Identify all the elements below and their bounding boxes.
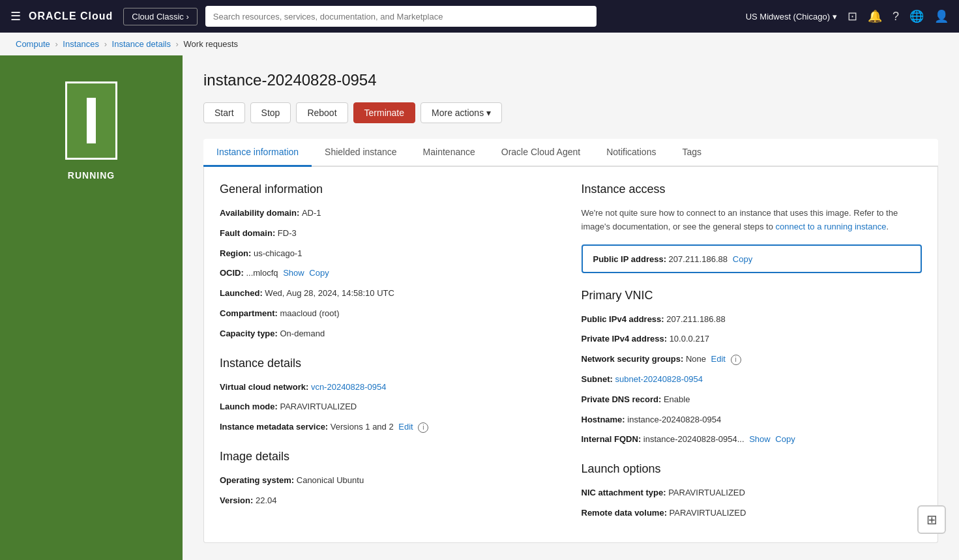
tab-shielded-instance[interactable]: Shielded instance xyxy=(312,139,410,167)
instance-details-section: Instance details Virtual cloud network: … xyxy=(220,357,561,434)
ocid-label: OCID: xyxy=(220,268,246,278)
terminate-button[interactable]: Terminate xyxy=(353,102,415,123)
connect-to-instance-link[interactable]: connect to a running instance xyxy=(776,222,887,231)
region-chevron-icon: ▾ xyxy=(833,12,837,22)
fault-domain-value: FD-3 xyxy=(278,228,297,238)
start-button[interactable]: Start xyxy=(203,102,245,123)
instance-access-section: Instance access We're not quite sure how… xyxy=(582,183,922,273)
compartment-value: maacloud (root) xyxy=(280,308,339,318)
image-details-section: Image details Operating system: Canonica… xyxy=(220,450,561,508)
breadcrumb-compute[interactable]: Compute xyxy=(16,39,50,49)
bell-icon[interactable]: 🔔 xyxy=(868,9,882,23)
os-value: Canonical Ubuntu xyxy=(297,475,364,485)
more-actions-label: More actions xyxy=(432,108,484,118)
fqdn-label: Internal FQDN: xyxy=(582,434,643,444)
os-version-value: 22.04 xyxy=(256,495,277,505)
more-actions-button[interactable]: More actions ▾ xyxy=(420,102,502,123)
metadata-service-value: Versions 1 and 2 xyxy=(331,422,394,432)
ocid-show-button[interactable]: Show xyxy=(283,268,304,278)
console-icon[interactable]: ⊡ xyxy=(848,9,857,23)
fault-domain-label: Fault domain: xyxy=(220,228,278,238)
instance-icon-bar xyxy=(87,98,96,143)
remote-data-volume-value: PARAVIRTUALIZED xyxy=(670,508,746,518)
reboot-button[interactable]: Reboot xyxy=(296,102,347,123)
breadcrumb-sep-2: › xyxy=(104,39,107,49)
launch-options-title: Launch options xyxy=(582,462,922,476)
tab-notifications[interactable]: Notifications xyxy=(593,139,669,167)
search-input[interactable] xyxy=(205,6,597,27)
breadcrumb-instances[interactable]: Instances xyxy=(63,39,99,49)
page-title: instance-20240828-0954 xyxy=(203,71,938,89)
public-ip-copy-button[interactable]: Copy xyxy=(733,254,752,264)
two-column-layout: General information Availability domain:… xyxy=(220,183,922,527)
public-ip-box: Public IP address: 207.211.186.88 Copy xyxy=(582,244,922,273)
subnet-link[interactable]: subnet-20240828-0954 xyxy=(615,374,703,384)
instance-status-badge: RUNNING xyxy=(68,170,115,181)
instance-visual-panel: RUNNING xyxy=(0,55,183,560)
private-dns-label: Private DNS record: xyxy=(582,394,664,404)
stop-button[interactable]: Stop xyxy=(250,102,291,123)
breadcrumb-instance-details[interactable]: Instance details xyxy=(112,39,171,49)
hamburger-menu-icon[interactable]: ☰ xyxy=(10,9,21,23)
help-widget[interactable]: ⊞ xyxy=(917,505,946,534)
instance-details-title: Instance details xyxy=(220,357,561,370)
vcn-row: Virtual cloud network: vcn-20240828-0954 xyxy=(220,381,561,394)
fqdn-row: Internal FQDN: instance-20240828-0954...… xyxy=(582,433,922,447)
nsg-label: Network security groups: xyxy=(582,354,686,364)
private-ipv4-row: Private IPv4 address: 10.0.0.217 xyxy=(582,332,922,346)
breadcrumb-sep-3: › xyxy=(176,39,179,49)
tab-oracle-cloud-agent[interactable]: Oracle Cloud Agent xyxy=(488,139,593,167)
subnet-label: Subnet: xyxy=(582,374,615,384)
nic-attachment-value: PARAVIRTUALIZED xyxy=(668,488,745,497)
vcn-link[interactable]: vcn-20240828-0954 xyxy=(311,382,387,392)
nav-right-section: US Midwest (Chicago) ▾ ⊡ 🔔 ? 🌐 👤 xyxy=(746,9,949,23)
ocid-copy-button[interactable]: Copy xyxy=(309,268,329,278)
right-column: Instance access We're not quite sure how… xyxy=(582,183,922,527)
public-ip-label: Public IP address: xyxy=(593,254,669,264)
metadata-info-icon[interactable]: i xyxy=(418,422,428,433)
fqdn-copy-button[interactable]: Copy xyxy=(775,434,795,444)
os-version-row: Version: 22.04 xyxy=(220,494,561,508)
metadata-edit-button[interactable]: Edit xyxy=(398,422,413,432)
vcn-label: Virtual cloud network: xyxy=(220,382,311,392)
tab-tags[interactable]: Tags xyxy=(669,139,715,167)
public-ipv4-value: 207.211.186.88 xyxy=(666,314,725,324)
breadcrumb-current: Work requests xyxy=(184,39,239,49)
fqdn-show-button[interactable]: Show xyxy=(749,434,771,444)
tab-maintenance[interactable]: Maintenance xyxy=(410,139,488,167)
more-actions-chevron-icon: ▾ xyxy=(486,108,491,118)
compartment-row: Compartment: maacloud (root) xyxy=(220,307,561,321)
ocid-value: ...mlocfq xyxy=(246,268,278,278)
launch-mode-value: PARAVIRTUALIZED xyxy=(280,402,357,411)
nsg-edit-button[interactable]: Edit xyxy=(711,354,726,364)
primary-vnic-title: Primary VNIC xyxy=(582,289,922,302)
globe-icon[interactable]: 🌐 xyxy=(909,9,924,23)
tabs-container: Instance information Shielded instance M… xyxy=(203,139,938,167)
action-bar: Start Stop Reboot Terminate More actions… xyxy=(203,102,938,123)
general-information-section: General information Availability domain:… xyxy=(220,183,561,341)
hostname-value: instance-20240828-0954 xyxy=(627,415,721,424)
tab-instance-information[interactable]: Instance information xyxy=(203,139,312,167)
user-avatar[interactable]: 👤 xyxy=(934,9,949,23)
private-ipv4-label: Private IPv4 address: xyxy=(582,334,670,344)
region-info-value: us-chicago-1 xyxy=(254,248,302,258)
region-label: US Midwest (Chicago) xyxy=(746,12,830,22)
page-layout: RUNNING instance-20240828-0954 Start Sto… xyxy=(0,55,959,560)
nic-attachment-row: NIC attachment type: PARAVIRTUALIZED xyxy=(582,486,922,500)
nic-attachment-label: NIC attachment type: xyxy=(582,488,669,497)
capacity-type-label: Capacity type: xyxy=(220,329,280,338)
instance-access-title: Instance access xyxy=(582,183,922,196)
fault-domain-row: Fault domain: FD-3 xyxy=(220,227,561,241)
launched-value: Wed, Aug 28, 2024, 14:58:10 UTC xyxy=(265,288,394,298)
cloud-classic-button[interactable]: Cloud Classic › xyxy=(123,8,197,25)
instance-access-desc: We're not quite sure how to connect to a… xyxy=(582,207,922,234)
ocid-row: OCID: ...mlocfq Show Copy xyxy=(220,267,561,280)
compartment-label: Compartment: xyxy=(220,308,280,318)
help-icon[interactable]: ? xyxy=(893,10,899,23)
nsg-info-icon[interactable]: i xyxy=(731,355,741,365)
region-info-label: Region: xyxy=(220,248,254,258)
region-selector[interactable]: US Midwest (Chicago) ▾ xyxy=(746,12,837,22)
primary-vnic-section: Primary VNIC Public IPv4 address: 207.21… xyxy=(582,289,922,447)
image-details-title: Image details xyxy=(220,450,561,464)
general-information-title: General information xyxy=(220,183,561,196)
